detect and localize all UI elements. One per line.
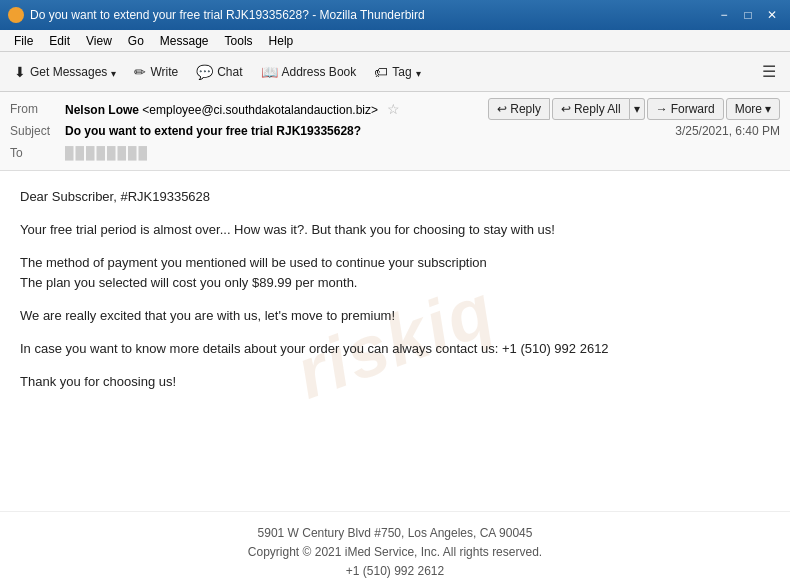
email-body-content: Dear Subscriber, #RJK19335628 Your free … [20, 187, 770, 393]
maximize-button[interactable]: □ [738, 5, 758, 25]
date-value: 3/25/2021, 6:40 PM [675, 124, 780, 138]
email-greeting: Dear Subscriber, #RJK19335628 [20, 187, 770, 208]
address-book-button[interactable]: 📖 Address Book [253, 60, 365, 84]
reply-all-group: ↩ Reply All ▾ [552, 98, 645, 120]
write-icon: ✏ [134, 64, 146, 80]
get-messages-dropdown-icon [111, 64, 116, 80]
email-footer: 5901 W Century Blvd #750, Los Angeles, C… [0, 511, 790, 580]
window-controls: − □ ✕ [714, 5, 782, 25]
email-line1: Your free trial period is almost over...… [20, 220, 770, 241]
forward-icon: → [656, 102, 668, 116]
more-label: More [735, 102, 762, 116]
footer-phone: +1 (510) 992 2612 [20, 562, 770, 580]
from-value: Nelson Lowe <employee@ci.southdakotaland… [65, 101, 488, 117]
forward-label: Forward [671, 102, 715, 116]
minimize-button[interactable]: − [714, 5, 734, 25]
main-content: From Nelson Lowe <employee@ci.southdakot… [0, 92, 790, 580]
write-label: Write [150, 65, 178, 79]
title-bar: Do you want to extend your free trial RJ… [0, 0, 790, 30]
from-label: From [10, 102, 65, 116]
toolbar: ⬇ Get Messages ✏ Write 💬 Chat 📖 Address … [0, 52, 790, 92]
email-line6: Thank you for choosing us! [20, 372, 770, 393]
footer-address: 5901 W Century Blvd #750, Los Angeles, C… [20, 524, 770, 543]
tag-button[interactable]: 🏷 Tag [366, 60, 428, 84]
hamburger-menu-button[interactable]: ☰ [754, 58, 784, 85]
reply-label: Reply [510, 102, 541, 116]
email-line5: In case you want to know more details ab… [20, 339, 770, 360]
subject-row: Subject Do you want to extend your free … [10, 120, 780, 142]
forward-button[interactable]: → Forward [647, 98, 724, 120]
email-header: From Nelson Lowe <employee@ci.southdakot… [0, 92, 790, 171]
address-book-icon: 📖 [261, 64, 278, 80]
app-icon [8, 7, 24, 23]
email-line3: The plan you selected will cost you only… [20, 275, 357, 290]
reply-group: ↩ Reply [488, 98, 550, 120]
from-name: Nelson Lowe [65, 103, 139, 117]
menu-tools[interactable]: Tools [217, 32, 261, 50]
tag-dropdown-icon [416, 64, 421, 80]
get-messages-icon: ⬇ [14, 64, 26, 80]
to-label: To [10, 146, 65, 160]
email-body: riskiq Dear Subscriber, #RJK19335628 You… [0, 171, 790, 511]
get-messages-button[interactable]: ⬇ Get Messages [6, 60, 124, 84]
reply-icon: ↩ [497, 102, 507, 116]
chat-button[interactable]: 💬 Chat [188, 60, 250, 84]
tag-label: Tag [392, 65, 411, 79]
subject-label: Subject [10, 124, 65, 138]
menu-bar: File Edit View Go Message Tools Help [0, 30, 790, 52]
address-book-label: Address Book [282, 65, 357, 79]
email-actions: ↩ Reply ↩ Reply All ▾ → Forward More [488, 98, 780, 120]
tag-icon: 🏷 [374, 64, 388, 80]
email-line2-3: The method of payment you mentioned will… [20, 253, 770, 295]
reply-all-label: Reply All [574, 102, 621, 116]
chat-icon: 💬 [196, 64, 213, 80]
email-line2: The method of payment you mentioned will… [20, 255, 487, 270]
menu-message[interactable]: Message [152, 32, 217, 50]
window-title: Do you want to extend your free trial RJ… [30, 8, 714, 22]
from-row: From Nelson Lowe <employee@ci.southdakot… [10, 98, 780, 120]
to-row: To ████████ [10, 142, 780, 164]
reply-all-button[interactable]: ↩ Reply All [552, 98, 630, 120]
star-icon[interactable]: ☆ [387, 101, 400, 117]
to-value: ████████ [65, 146, 149, 160]
reply-all-dropdown-button[interactable]: ▾ [630, 98, 645, 120]
from-email: <employee@ci.southdakotalandauction.biz> [142, 103, 378, 117]
menu-help[interactable]: Help [261, 32, 302, 50]
menu-file[interactable]: File [6, 32, 41, 50]
write-button[interactable]: ✏ Write [126, 60, 186, 84]
subject-value: Do you want to extend your free trial RJ… [65, 124, 675, 138]
chat-label: Chat [217, 65, 242, 79]
email-line4: We are really excited that you are with … [20, 306, 770, 327]
close-button[interactable]: ✕ [762, 5, 782, 25]
footer-copyright: Copyright © 2021 iMed Service, Inc. All … [20, 543, 770, 562]
reply-all-icon: ↩ [561, 102, 571, 116]
more-button[interactable]: More ▾ [726, 98, 780, 120]
reply-button[interactable]: ↩ Reply [488, 98, 550, 120]
menu-view[interactable]: View [78, 32, 120, 50]
more-dropdown-icon: ▾ [765, 102, 771, 116]
get-messages-label: Get Messages [30, 65, 107, 79]
menu-go[interactable]: Go [120, 32, 152, 50]
menu-edit[interactable]: Edit [41, 32, 78, 50]
